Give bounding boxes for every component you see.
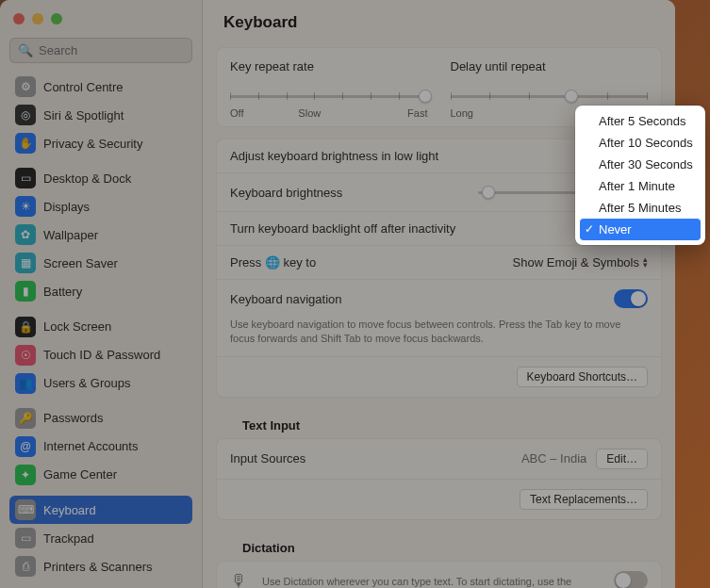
lock-screen-icon: 🔒	[15, 317, 36, 337]
sidebar-item-label: Lock Screen	[43, 319, 111, 334]
dropdown-item-after-30-seconds[interactable]: After 30 Seconds	[580, 154, 701, 175]
edit-input-sources-button[interactable]: Edit…	[596, 449, 648, 469]
sidebar-item-desktop-dock[interactable]: ▭Desktop & Dock	[9, 164, 192, 192]
sidebar-item-label: Siri & Spotlight	[43, 108, 124, 122]
siri-spotlight-icon: ◎	[15, 105, 36, 125]
sidebar-item-label: Game Center	[43, 467, 117, 482]
delay-repeat-label: Delay until repeat	[451, 59, 649, 74]
sidebar-item-keyboard[interactable]: ⌨Keyboard	[9, 496, 192, 524]
sidebar-item-label: Screen Saver	[43, 256, 118, 270]
dropdown-item-after-5-minutes[interactable]: After 5 Minutes	[580, 197, 701, 219]
sidebar-item-printers-scanners[interactable]: ⎙Printers & Scanners	[9, 552, 192, 580]
search-field[interactable]: 🔍	[9, 38, 192, 63]
privacy-security-icon: ✋	[15, 133, 36, 154]
replacements-row: Text Replacements…	[217, 479, 661, 519]
key-repeat-group: Key repeat rate Off Slow Fast	[230, 59, 428, 119]
sidebar-item-label: Battery	[43, 285, 82, 299]
keyboard-shortcuts-button[interactable]: Keyboard Shortcuts…	[517, 367, 648, 387]
sidebar-item-game-center[interactable]: ✦Game Center	[9, 461, 192, 489]
key-repeat-slider[interactable]	[230, 87, 428, 106]
sidebar-item-label: Displays	[43, 200, 90, 214]
sidebar-item-lock-screen[interactable]: 🔒Lock Screen	[9, 313, 192, 341]
sidebar-item-touch-id-password[interactable]: ☉Touch ID & Password	[9, 341, 192, 369]
sidebar-item-wallpaper[interactable]: ✿Wallpaper	[9, 220, 192, 249]
dropdown-item-never[interactable]: ✓Never	[580, 219, 701, 240]
delay-repeat-slider[interactable]	[451, 87, 649, 106]
battery-icon: ▮	[15, 281, 36, 302]
dropdown-item-after-5-seconds[interactable]: After 5 Seconds	[580, 110, 701, 132]
sidebar-item-control-centre[interactable]: ⚙Control Centre	[9, 73, 192, 101]
sidebar-list: ⚙Control Centre◎Siri & Spotlight✋Privacy…	[9, 73, 192, 580]
sidebar-item-label: Internet Accounts	[43, 439, 138, 453]
backlight-timeout-dropdown[interactable]: After 5 SecondsAfter 10 SecondsAfter 30 …	[575, 106, 705, 245]
globe-key-popup[interactable]: Show Emoji & Symbols ▴▾	[513, 255, 648, 270]
dictation-toggle[interactable]	[614, 571, 648, 588]
close-button[interactable]	[13, 13, 25, 24]
sidebar: 🔍 ⚙Control Centre◎Siri & Spotlight✋Priva…	[0, 0, 203, 588]
desktop-dock-icon: ▭	[15, 168, 36, 188]
sidebar-item-displays[interactable]: ☀Displays	[9, 192, 192, 220]
globe-key-row: Press 🌐 key to Show Emoji & Symbols ▴▾	[217, 245, 661, 279]
keyboard-nav-row: Keyboard navigation Use keyboard navigat…	[217, 279, 661, 356]
control-centre-icon: ⚙	[15, 76, 36, 97]
text-input-title: Text Input	[229, 409, 662, 433]
sidebar-item-privacy-security[interactable]: ✋Privacy & Security	[9, 129, 192, 157]
printers-scanners-icon: ⎙	[15, 556, 36, 577]
displays-icon: ☀	[15, 196, 36, 217]
screen-saver-icon: ▦	[15, 253, 36, 273]
sidebar-item-screen-saver[interactable]: ▦Screen Saver	[9, 249, 192, 277]
sidebar-item-passwords[interactable]: 🔑Passwords	[9, 404, 192, 433]
text-input-section: Input Sources ABC – India Edit… Text Rep…	[216, 438, 662, 520]
key-repeat-label: Key repeat rate	[230, 59, 428, 74]
traffic-lights	[9, 8, 192, 38]
sidebar-item-siri-spotlight[interactable]: ◎Siri & Spotlight	[9, 101, 192, 129]
chevron-updown-icon: ▴▾	[643, 257, 648, 268]
internet-accounts-icon: @	[15, 436, 36, 457]
minimize-button[interactable]	[32, 13, 43, 24]
input-sources-row: Input Sources ABC – India Edit…	[217, 439, 661, 479]
check-icon: ✓	[585, 222, 594, 236]
sidebar-item-label: Keyboard	[43, 503, 96, 517]
sidebar-item-label: Passwords	[43, 411, 104, 425]
passwords-icon: 🔑	[15, 408, 36, 429]
maximize-button[interactable]	[51, 13, 62, 24]
page-title: Keyboard	[203, 0, 675, 41]
sidebar-item-label: Wallpaper	[43, 228, 98, 242]
sidebar-item-label: Desktop & Dock	[43, 172, 131, 186]
sidebar-item-users-groups[interactable]: 👥Users & Groups	[9, 369, 192, 398]
sidebar-item-label: Touch ID & Password	[43, 348, 160, 362]
users-groups-icon: 👥	[15, 373, 36, 394]
settings-window: 🔍 ⚙Control Centre◎Siri & Spotlight✋Priva…	[0, 0, 675, 588]
sidebar-item-label: Trackpad	[43, 531, 94, 546]
sidebar-item-label: Users & Groups	[43, 376, 130, 390]
touch-id-password-icon: ☉	[15, 345, 36, 366]
search-input[interactable]	[33, 43, 197, 57]
main-content: Keyboard Key repeat rate Off Slow Fast	[203, 0, 675, 588]
dropdown-item-after-1-minute[interactable]: After 1 Minute	[580, 175, 701, 197]
game-center-icon: ✦	[15, 465, 36, 485]
keyboard-icon: ⌨	[15, 499, 36, 520]
dropdown-item-after-10-seconds[interactable]: After 10 Seconds	[580, 132, 701, 154]
dictation-title: Dictation	[229, 531, 662, 555]
sidebar-item-battery[interactable]: ▮Battery	[9, 277, 192, 305]
dictation-section: 🎙 Use Dictation wherever you can type te…	[216, 561, 662, 588]
wallpaper-icon: ✿	[15, 224, 36, 245]
text-replacements-button[interactable]: Text Replacements…	[520, 489, 648, 510]
sidebar-item-label: Printers & Scanners	[43, 560, 153, 574]
keyboard-nav-toggle[interactable]	[614, 289, 648, 308]
search-icon: 🔍	[18, 43, 33, 57]
sidebar-item-label: Privacy & Security	[43, 137, 142, 151]
sidebar-item-internet-accounts[interactable]: @Internet Accounts	[9, 433, 192, 461]
sidebar-item-trackpad[interactable]: ▭Trackpad	[9, 524, 192, 552]
shortcuts-row: Keyboard Shortcuts…	[217, 356, 661, 397]
sidebar-item-label: Control Centre	[43, 80, 124, 94]
microphone-icon: 🎙	[230, 571, 253, 588]
trackpad-icon: ▭	[15, 528, 36, 548]
